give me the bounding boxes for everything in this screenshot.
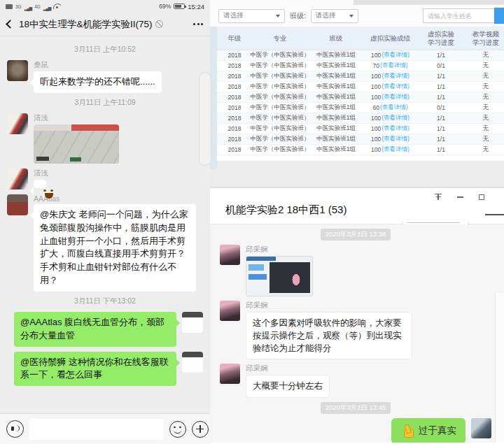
message-received: 邱采娴 bbox=[220, 245, 491, 296]
avatar[interactable] bbox=[182, 352, 203, 373]
avatar[interactable] bbox=[182, 312, 203, 333]
cell-video: 无 bbox=[465, 72, 504, 80]
cell-class: 中医实验班1组 bbox=[308, 93, 364, 101]
network-3g-label: 3G bbox=[15, 4, 22, 9]
avatar[interactable] bbox=[7, 113, 28, 134]
view-details-link[interactable]: (查看详情) bbox=[382, 72, 410, 80]
table-row: 2018 中医学（中医实验班） 中医实验班1组 100(查看详情) 1/1 无 bbox=[217, 145, 504, 155]
cell-progress: 1/1 bbox=[416, 136, 465, 143]
avatar[interactable] bbox=[7, 60, 28, 81]
sticker-text: 过于真实 bbox=[419, 424, 456, 437]
sender-name: 清浅 bbox=[34, 113, 48, 123]
window-edge-line bbox=[485, 214, 504, 215]
chat-title-wrap: 18中实生理学&机能学实验II(75) bbox=[19, 18, 188, 31]
cell-grade: 2018 bbox=[217, 62, 252, 69]
cell-progress: 1/1 bbox=[416, 52, 465, 59]
view-details-link[interactable]: (查看详情) bbox=[382, 93, 410, 101]
grades-table-panel: 请选择 班级: 请选择 年级 专业 班级 虚拟实验成绩 虚拟实验 学习进度 教学… bbox=[210, 0, 504, 187]
student-name-input[interactable] bbox=[423, 8, 494, 23]
message-body: AAAtlas @朱庆文 老师问一个问题，为什么家兔颈部腹股沟操作中，筋膜肌肉是… bbox=[34, 194, 196, 292]
select-value: 请选择 bbox=[316, 11, 336, 20]
desktop-message-list: 2020年3月2日 13:38 邱采娴 邱采娴 这个多因素对呼吸软件的影响，大家… bbox=[210, 224, 504, 443]
date-separator: 3月11日 上午10:52 bbox=[7, 45, 203, 55]
message-sent: @AAAtlas 腹白线无血管分布，颈部分布大量血管 bbox=[7, 312, 203, 347]
avatar[interactable] bbox=[7, 169, 28, 189]
score-value: 100 bbox=[371, 136, 381, 143]
pin-icon[interactable] bbox=[435, 194, 442, 201]
scrollbar-thumb[interactable] bbox=[199, 72, 211, 166]
score-value: 60 bbox=[372, 104, 379, 111]
column-header: 虚拟实验成绩 bbox=[364, 34, 416, 43]
cell-class: 中医实验班1组 bbox=[308, 51, 364, 59]
view-details-link[interactable]: (查看详情) bbox=[380, 62, 408, 70]
software-screenshot-attachment[interactable] bbox=[246, 256, 313, 296]
cell-major: 中医学（中医实验班） bbox=[252, 83, 308, 91]
mute-bell-icon bbox=[155, 20, 163, 28]
cell-class: 中医实验班1组 bbox=[308, 103, 364, 112]
view-details-link[interactable]: (查看详情) bbox=[382, 145, 410, 154]
cell-class: 中医实验班1组 bbox=[308, 135, 364, 143]
message-bubble: @AAAtlas 腹白线无血管分布，颈部分布大量血管 bbox=[14, 312, 176, 347]
cell-class: 中医实验班1组 bbox=[308, 72, 364, 80]
cell-progress: 1/1 bbox=[416, 83, 465, 90]
maximize-icon[interactable] bbox=[479, 194, 484, 200]
cell-grade: 2018 bbox=[217, 115, 252, 122]
cell-score: 60(查看详情) bbox=[364, 103, 416, 112]
search-button[interactable] bbox=[494, 8, 504, 24]
view-details-link[interactable]: (查看详情) bbox=[382, 83, 410, 91]
table-row: 2018 中医学（中医实验班） 中医实验班1组 100(查看详情) 1/1 无 bbox=[217, 50, 504, 61]
table-row: 2018 中医学（中医实验班） 中医实验班1组 60(查看详情) 0/1 无 bbox=[217, 103, 504, 113]
student-search bbox=[423, 8, 504, 24]
more-menu-button[interactable] bbox=[193, 20, 203, 28]
cell-class: 中医实验班1组 bbox=[308, 62, 364, 70]
table-header-row: 年级 专业 班级 虚拟实验成绩 虚拟实验 学习进度 教学视频 学习进度 bbox=[217, 27, 504, 50]
cell-grade: 2018 bbox=[217, 73, 252, 80]
score-value: 100 bbox=[371, 73, 381, 80]
message-input[interactable] bbox=[29, 419, 164, 440]
class-select[interactable]: 请选择 bbox=[311, 9, 358, 23]
avatar[interactable] bbox=[220, 364, 240, 384]
view-details-link[interactable]: (查看详情) bbox=[382, 114, 410, 122]
status-left: 3G 4G bbox=[6, 0, 61, 13]
score-value: 100 bbox=[371, 52, 381, 59]
message-bubble: 听起来数学学的还不错呢...... bbox=[34, 71, 162, 93]
screenshot-root: 3G 4G 69% 15:24 18中实生理学&机能学实验II(75) 3月11… bbox=[0, 0, 504, 444]
message-paragraph: @朱庆文 老师问一个问题，为什么家兔颈部腹股沟操作中，筋膜肌肉是用止血钳剪开一个… bbox=[40, 208, 190, 261]
chat-input-bar bbox=[0, 413, 210, 444]
avatar[interactable] bbox=[7, 194, 28, 215]
message-body: 邱采娴 大概要十分钟左右 bbox=[246, 364, 330, 397]
major-select[interactable]: 请选择 bbox=[218, 9, 285, 23]
view-details-link[interactable]: (查看详情) bbox=[382, 124, 410, 133]
cell-grade: 2018 bbox=[217, 146, 252, 153]
cell-class: 中医实验班1组 bbox=[308, 124, 364, 133]
message-body: @AAAtlas 腹白线无血管分布，颈部分布大量血管 bbox=[14, 312, 176, 347]
message-body: 邱采娴 这个多因素对呼吸软件的影响，大家要按提示操作之后，观察（等）到出现实验结… bbox=[246, 301, 412, 359]
message-sent: 过于真实 bbox=[220, 418, 491, 443]
avatar[interactable] bbox=[471, 418, 491, 438]
view-details-link[interactable]: (查看详情) bbox=[380, 103, 408, 112]
cell-video: 无 bbox=[465, 124, 504, 133]
cell-class: 中医实验班1组 bbox=[308, 83, 364, 91]
more-attachments-icon[interactable] bbox=[192, 421, 209, 438]
message-bubble: 这个多因素对呼吸软件的影响，大家要按提示操作之后，观察（等）到出现实验结论为止才… bbox=[246, 312, 412, 359]
emoji-picker-icon[interactable] bbox=[169, 421, 186, 438]
cell-progress: 0/1 bbox=[416, 62, 465, 69]
window-controls bbox=[435, 194, 484, 201]
table-row: 2018 中医学（中医实验班） 中医实验班1组 100(查看详情) 1/1 无 bbox=[217, 92, 504, 103]
column-header: 虚拟实验 学习进度 bbox=[416, 30, 465, 47]
avatar[interactable] bbox=[220, 245, 240, 265]
date-separator: 3月11日 上午11:09 bbox=[7, 98, 203, 108]
column-header: 专业 bbox=[252, 34, 308, 43]
cell-grade: 2018 bbox=[217, 83, 252, 90]
avatar[interactable] bbox=[220, 301, 240, 321]
lab-tools-image-attachment[interactable] bbox=[34, 124, 119, 164]
voice-message-icon[interactable] bbox=[6, 420, 24, 438]
cell-class: 中医实验班1组 bbox=[308, 145, 364, 154]
back-chevron-icon[interactable] bbox=[6, 20, 15, 29]
view-details-link[interactable]: (查看详情) bbox=[382, 135, 410, 143]
cell-video: 无 bbox=[465, 103, 504, 112]
view-details-link[interactable]: (查看详情) bbox=[382, 51, 410, 59]
chat-title: 18中实生理学&机能学实验II(75) bbox=[19, 18, 153, 31]
minimize-icon[interactable] bbox=[457, 196, 463, 198]
table-row: 2018 中医学（中医实验班） 中医实验班1组 100(查看详情) 1/1 无 bbox=[217, 124, 504, 134]
